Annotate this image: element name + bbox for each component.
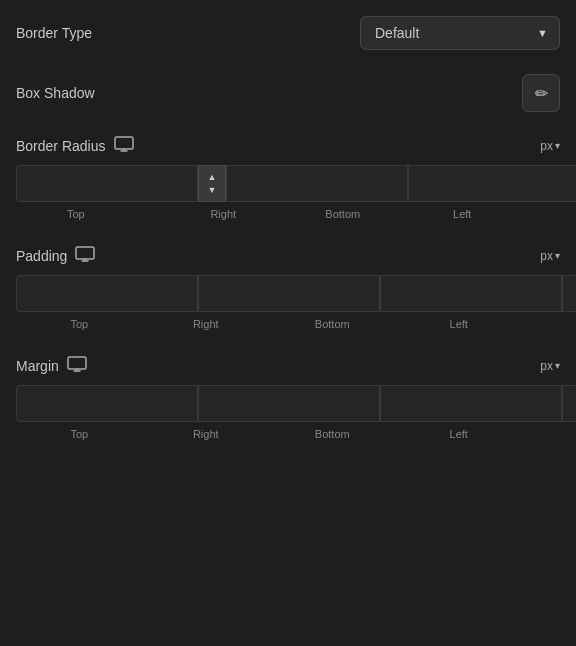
pencil-icon: ✏ [535, 84, 548, 103]
border-radius-label: Border Radius [16, 138, 106, 154]
padding-top-input[interactable] [16, 275, 198, 312]
border-radius-right-input[interactable] [226, 165, 408, 202]
box-shadow-edit-button[interactable]: ✏ [522, 74, 560, 112]
border-radius-bottom-label: Bottom [283, 206, 403, 226]
margin-top-input[interactable] [16, 385, 198, 422]
border-radius-section: Border Radius px ▾ ▲ ▼ ⛓ Top Right [16, 136, 560, 226]
border-radius-top-input[interactable] [16, 165, 198, 202]
border-type-section: Border Type Default Solid Dashed Dotted … [16, 16, 560, 50]
padding-bottom-input[interactable] [380, 275, 562, 312]
margin-field-labels: Top Right Bottom Left [16, 426, 560, 446]
padding-label: Padding [16, 248, 67, 264]
border-radius-link-spacer [522, 206, 560, 226]
padding-right-label: Right [143, 316, 270, 336]
padding-label-left: Padding [16, 246, 95, 265]
svg-rect-0 [115, 137, 133, 149]
margin-link-spacer [522, 426, 560, 446]
border-type-dropdown-wrapper: Default Solid Dashed Dotted Double None [360, 16, 560, 50]
border-radius-spinner-spacer [136, 206, 164, 226]
margin-left-label: Left [396, 426, 523, 446]
margin-right-input[interactable] [198, 385, 380, 422]
border-radius-monitor-icon [114, 136, 134, 155]
border-radius-spinner-up[interactable]: ▲ [204, 171, 221, 184]
padding-right-input[interactable] [198, 275, 380, 312]
padding-section: Padding px ▾ ⛓ Top Right Bottom Left [16, 246, 560, 336]
border-type-dropdown[interactable]: Default Solid Dashed Dotted Double None [360, 16, 560, 50]
border-radius-fields: ▲ ▼ ⛓ [16, 165, 560, 202]
padding-top-label: Top [16, 316, 143, 336]
border-radius-field-labels: Top Right Bottom Left [16, 206, 560, 226]
border-radius-bottom-input[interactable] [408, 165, 576, 202]
padding-unit: px [540, 249, 553, 263]
margin-left-input[interactable] [562, 385, 576, 422]
svg-rect-1 [76, 247, 94, 259]
margin-top-label: Top [16, 426, 143, 446]
margin-right-label: Right [143, 426, 270, 446]
margin-fields: ⛓ [16, 385, 560, 422]
border-radius-left-label: Left [403, 206, 523, 226]
border-radius-top-label: Top [16, 206, 136, 226]
border-radius-right-label: Right [164, 206, 284, 226]
padding-link-spacer [522, 316, 560, 336]
margin-label: Margin [16, 358, 59, 374]
box-shadow-section: Box Shadow ✏ [16, 74, 560, 112]
border-radius-spinner-down[interactable]: ▼ [204, 184, 221, 197]
padding-left-label: Left [396, 316, 523, 336]
border-radius-spinner: ▲ ▼ [198, 165, 226, 202]
margin-bottom-input[interactable] [380, 385, 562, 422]
margin-label-left: Margin [16, 356, 87, 375]
margin-unit-chevron: ▾ [555, 360, 560, 371]
padding-unit-chevron: ▾ [555, 250, 560, 261]
padding-bottom-label: Bottom [269, 316, 396, 336]
border-radius-unit: px [540, 139, 553, 153]
border-radius-label-left: Border Radius [16, 136, 134, 155]
margin-section: Margin px ▾ ⛓ Top Right Bottom Left [16, 356, 560, 446]
margin-bottom-label: Bottom [269, 426, 396, 446]
padding-field-labels: Top Right Bottom Left [16, 316, 560, 336]
padding-unit-selector[interactable]: px ▾ [540, 249, 560, 263]
border-radius-unit-chevron: ▾ [555, 140, 560, 151]
margin-monitor-icon [67, 356, 87, 375]
padding-monitor-icon [75, 246, 95, 265]
padding-left-input[interactable] [562, 275, 576, 312]
padding-fields: ⛓ [16, 275, 560, 312]
box-shadow-label: Box Shadow [16, 85, 95, 101]
margin-unit-selector[interactable]: px ▾ [540, 359, 560, 373]
border-radius-unit-selector[interactable]: px ▾ [540, 139, 560, 153]
border-type-label: Border Type [16, 25, 92, 41]
margin-unit: px [540, 359, 553, 373]
margin-header: Margin px ▾ [16, 356, 560, 375]
border-radius-header: Border Radius px ▾ [16, 136, 560, 155]
padding-header: Padding px ▾ [16, 246, 560, 265]
svg-rect-2 [68, 357, 86, 369]
